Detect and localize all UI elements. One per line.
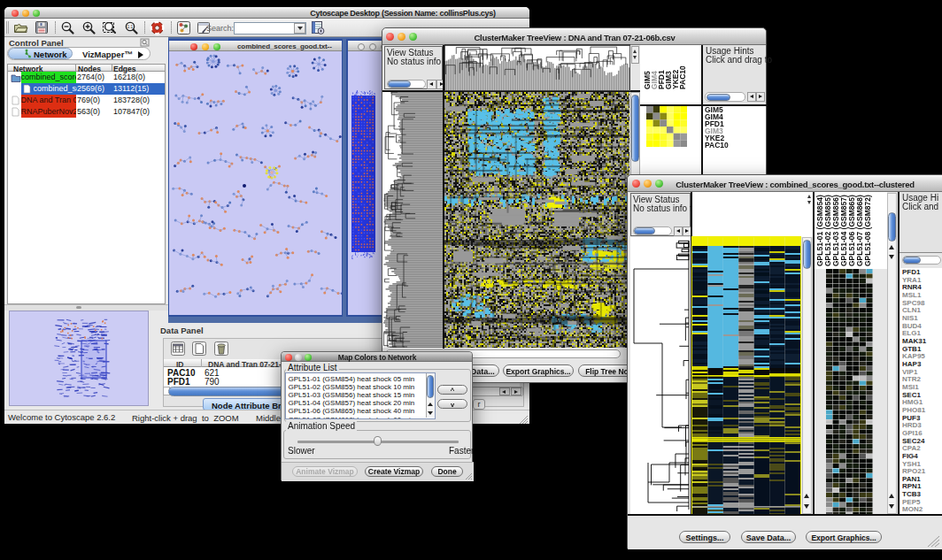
svg-text:1:1: 1:1 [127,25,134,29]
